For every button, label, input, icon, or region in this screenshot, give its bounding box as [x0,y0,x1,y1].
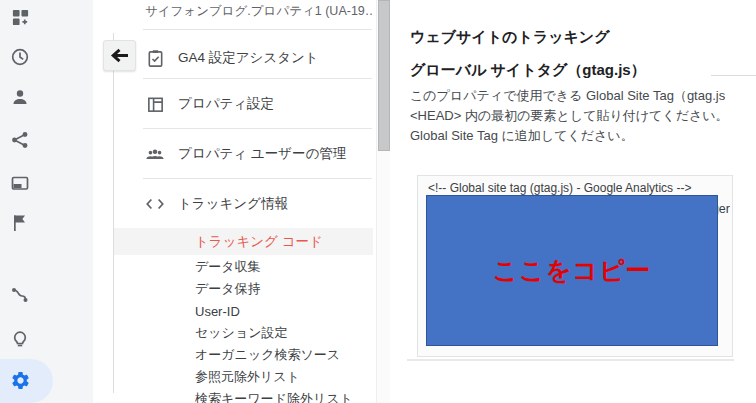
page-title: ウェブサイトのトラッキング [410,28,610,47]
code-box-shadow [407,359,734,361]
flag-icon[interactable] [9,212,31,234]
tracking-description: このプロパティで使用できる Global Site Tag（gtag.js <H… [410,86,756,146]
clipboard-check-icon [145,48,165,68]
code-comment: <!-- Global site tag (gtag.js) - Google … [428,181,691,195]
nav-item-ga4-assistant[interactable]: GA4 設定アシスタント [145,38,373,78]
nav-item-label: プロパティ ユーザーの管理 [178,145,346,163]
users-icon [145,144,165,164]
journey-route-icon[interactable] [9,284,31,306]
nav-subitem-label: トラッキング コード [195,233,323,251]
tracking-info-sublist: データ収集 データ保持 User-ID セッション設定 オーガニック検索ソース … [195,256,375,403]
back-button[interactable] [103,40,136,71]
nav-panel-left-border [113,33,114,393]
nav-scrollbar-track[interactable] [376,0,390,403]
nav-item-property-users[interactable]: プロパティ ユーザーの管理 [145,134,373,174]
code-brackets-icon [145,194,165,214]
nav-subitem-session-settings[interactable]: セッション設定 [195,322,375,344]
insights-lightbulb-icon[interactable] [9,327,31,349]
audience-person-icon[interactable] [9,86,31,108]
admin-gear-icon[interactable] [9,369,31,391]
divider [143,29,372,30]
attribution-share-icon[interactable] [9,129,31,151]
section-rule [711,75,756,76]
nav-item-tracking-info[interactable]: トラッキング情報 [145,184,373,224]
nav-subitem-data-retention[interactable]: データ保持 [195,278,375,300]
nav-scrollbar-thumb[interactable] [378,0,390,151]
nav-subitem-user-id[interactable]: User-ID [195,300,375,322]
nav-subitem-organic-search[interactable]: オーガニック検索ソース [195,344,375,366]
description-line: <HEAD> 内の最初の要素として貼り付けてください。 [410,106,756,126]
copy-here-label: ここをコピー [493,254,652,287]
property-window-icon [145,94,165,114]
nav-item-label: プロパティ設定 [178,95,274,113]
tracking-code-box[interactable]: <!-- Global site tag (gtag.js) - Google … [417,175,733,357]
divider [143,128,372,129]
left-icon-rail [0,0,93,403]
nav-item-label: トラッキング情報 [178,195,288,213]
divider [143,178,372,179]
nav-item-label: GA4 設定アシスタント [178,49,319,67]
description-line: Global Site Tag に追加してください。 [410,126,756,146]
history-clock-icon[interactable] [9,46,31,68]
section-title: グローバル サイトタグ（gtag.js） [410,61,646,80]
property-selector[interactable]: サイフォンブログ.プロパティ1 (UA-19… [145,3,373,20]
nav-item-property-settings[interactable]: プロパティ設定 [145,84,373,124]
advertising-card-icon[interactable] [9,172,31,194]
back-arrow-icon [110,48,130,63]
description-line: このプロパティで使用できる Global Site Tag（gtag.js [410,86,756,106]
nav-subitem-search-term-exclusion[interactable]: 検索キーワード除外リスト [195,388,375,403]
copy-here-annotation-box: ここをコピー [426,195,718,346]
divider [143,78,372,79]
nav-subitem-data-collection[interactable]: データ収集 [195,256,375,278]
dashboards-grid-icon[interactable] [9,6,31,28]
nav-subitem-referral-exclusion[interactable]: 参照元除外リスト [195,366,375,388]
nav-subitem-tracking-code[interactable]: トラッキング コード [114,228,373,255]
